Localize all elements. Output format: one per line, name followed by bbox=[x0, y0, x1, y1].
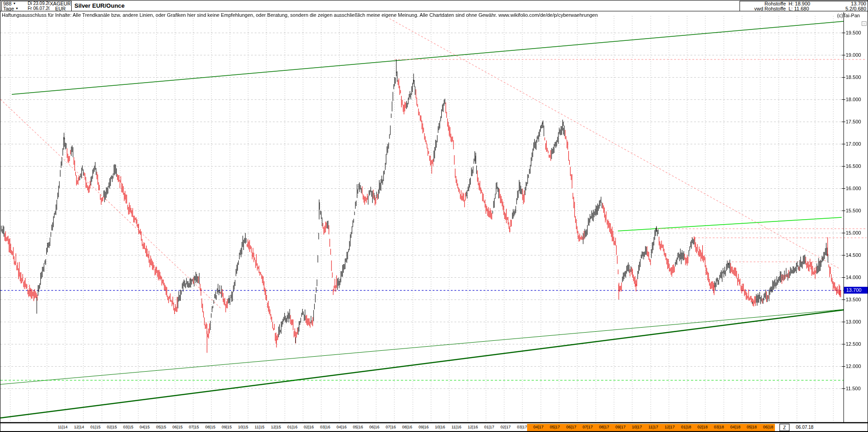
y-axis-tick-label: 13.500 bbox=[846, 297, 861, 302]
x-axis-band: 11|1412|1401|1502|1503|1504|1505|1506|15… bbox=[0, 424, 868, 431]
range-cell: 5.2/0.680 bbox=[839, 6, 868, 11]
x-axis-month-label: 12|16 bbox=[468, 425, 478, 430]
x-axis-month-label: 10|17 bbox=[632, 425, 642, 430]
x-axis-month-label: 10|15 bbox=[238, 425, 248, 430]
symbol-value: XAGEUR bbox=[50, 1, 71, 6]
y-axis-tick-label: 14.500 bbox=[846, 253, 861, 258]
x-axis-month-label: 11|14 bbox=[58, 425, 68, 430]
group-value: Rohstoffe bbox=[764, 1, 786, 6]
low-cell: L: 11.680 bbox=[787, 6, 839, 11]
x-axis-month-label: 04|16 bbox=[336, 425, 346, 430]
x-axis-month-label: 12|17 bbox=[665, 425, 675, 430]
x-axis-month-label: 05|18 bbox=[747, 425, 757, 430]
price-chart-canvas[interactable] bbox=[0, 12, 868, 424]
y-axis-tick-label: 19.500 bbox=[846, 30, 861, 35]
x-axis-month-label: 06|17 bbox=[566, 425, 576, 430]
x-axis-month-label: 11|17 bbox=[648, 425, 658, 430]
range-value: 5.2/0.680 bbox=[845, 6, 866, 11]
copyright-label: (c)Tai-Pan bbox=[837, 13, 860, 18]
collapse-icon[interactable]: - bbox=[862, 21, 867, 26]
x-axis-month-label: 07|15 bbox=[189, 425, 199, 430]
chevron-down-icon: ▼ bbox=[13, 1, 16, 6]
x-axis-month-label: 01|18 bbox=[681, 425, 691, 430]
x-axis-month-label: 09|15 bbox=[222, 425, 232, 430]
taipan-chart-window: 988 ▼ Tage ▼ Di 23.09.2014 Fr 06.07.2018… bbox=[0, 0, 868, 432]
y-axis-tick-label: 16.000 bbox=[846, 186, 861, 191]
x-axis-month-label: 05|15 bbox=[156, 425, 166, 430]
x-axis-month-label: 03|17 bbox=[517, 425, 527, 430]
x-axis-month-label: 12|14 bbox=[74, 425, 84, 430]
x-axis-month-label: 04|15 bbox=[140, 425, 150, 430]
y-axis-tick-label: 15.500 bbox=[846, 208, 861, 213]
x-axis-month-label: 06|16 bbox=[369, 425, 379, 430]
x-axis-month-label: 08|15 bbox=[205, 425, 215, 430]
y-axis-tick-label: 12.000 bbox=[846, 364, 861, 369]
x-axis-month-label: 02|15 bbox=[107, 425, 117, 430]
x-axis-month-label: 07|16 bbox=[386, 425, 396, 430]
x-axis-month-label: 01|16 bbox=[287, 425, 297, 430]
x-axis-month-label: 02|17 bbox=[501, 425, 511, 430]
x-axis-month-label: 12|15 bbox=[271, 425, 281, 430]
y-axis-tick-label: 14.000 bbox=[846, 275, 861, 280]
x-axis-month-label: 07|17 bbox=[582, 425, 592, 430]
x-axis-month-label: 09|17 bbox=[616, 425, 626, 430]
y-axis-tick-label: 12.500 bbox=[846, 342, 861, 347]
period-value: Tage bbox=[3, 6, 14, 11]
header-divider bbox=[0, 11, 868, 11]
x-axis-month-label: 03|15 bbox=[123, 425, 133, 430]
x-axis-month-label: 08|17 bbox=[599, 425, 609, 430]
x-axis-month-label: 06|18 bbox=[763, 425, 773, 430]
x-axis-month-label: 01|17 bbox=[484, 425, 494, 430]
last-price-badge: 13.700 bbox=[844, 287, 868, 294]
x-axis-month-label: 04|17 bbox=[533, 425, 543, 430]
low-value: L: 11.680 bbox=[789, 6, 809, 11]
zoom-z-button[interactable]: Z bbox=[779, 424, 789, 431]
x-axis-month-label: 03|18 bbox=[714, 425, 724, 430]
y-axis-tick-label: 19.000 bbox=[846, 53, 861, 58]
y-axis-tick-label: 13.000 bbox=[846, 319, 861, 324]
x-axis-month-label: 09|16 bbox=[419, 425, 429, 430]
y-axis-tick-label: 17.500 bbox=[846, 119, 861, 124]
x-axis-month-label: 08|16 bbox=[402, 425, 412, 430]
x-axis-month-label: 04|18 bbox=[730, 425, 740, 430]
page-title: Silver EUR/Ounce bbox=[74, 2, 125, 9]
y-axis-tick-label: 18.500 bbox=[846, 75, 861, 80]
bars-count-value: 988 bbox=[3, 1, 11, 6]
x-axis-month-label: 01|15 bbox=[90, 425, 100, 430]
bottom-border bbox=[0, 431, 868, 432]
y-axis-tick-label: 11.500 bbox=[846, 386, 861, 391]
y-axis-tick-label: 17.000 bbox=[846, 142, 861, 147]
feed-cell: vwd Rohstoffe bbox=[740, 6, 788, 11]
high-value: H: 18.900 bbox=[789, 1, 810, 6]
y-axis-tick-label: 16.500 bbox=[846, 164, 861, 169]
x-axis-month-label: 06|15 bbox=[173, 425, 182, 430]
disclaimer-text: Haftungsausschluss für Inhalte: Alle Tre… bbox=[2, 12, 598, 18]
x-axis-month-label: 03|16 bbox=[320, 425, 330, 430]
feed-value: vwd Rohstoffe bbox=[754, 6, 786, 11]
y-axis-tick-label: 18.000 bbox=[846, 97, 861, 102]
y-axis-tick-label: 15.000 bbox=[846, 231, 861, 236]
x-axis-month-label: 11|15 bbox=[255, 425, 265, 430]
x-axis-month-label: 02|18 bbox=[697, 425, 707, 430]
x-axis-month-label: 11|16 bbox=[452, 425, 462, 430]
chevron-down-icon: ▼ bbox=[15, 6, 19, 11]
x-axis-month-label: 05|16 bbox=[353, 425, 363, 430]
x-axis-month-label: 02|16 bbox=[304, 425, 314, 430]
currency-value: EUR bbox=[55, 6, 65, 11]
end-date-label: 06.07.18 bbox=[796, 424, 814, 431]
x-axis-month-label: 10|16 bbox=[435, 425, 445, 430]
x-axis-month-label: 05|17 bbox=[550, 425, 560, 430]
last-value: 13.700 bbox=[851, 1, 866, 6]
